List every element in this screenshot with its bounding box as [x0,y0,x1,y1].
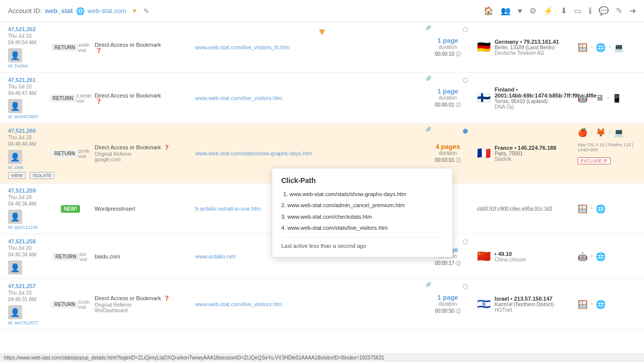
visitor-id-label[interactable]: Id: zilek [8,165,46,170]
visit-type-badge: RETURN [51,44,78,51]
devices-col: 🍎 • 🦊 • 💻 Mac OS X 10 | Firefox 115 | 14… [574,124,644,183]
visit-num: 3,805th visit [76,94,92,104]
landing-link[interactable]: fr.ardalio.net/all-in-one.htm [195,206,261,212]
domain[interactable]: web-stat.com [88,7,126,15]
visit-time: 04:46:34 AM [8,252,46,257]
visit-type-col: NEW! [50,184,91,234]
browser-icon: 🖥 [596,94,604,103]
external-link-icon[interactable]: 🔗 [426,127,431,132]
visitor-avatar: 👤 [8,48,46,62]
landing-link[interactable]: www.ardalio.net/ [195,253,236,259]
visit-id[interactable]: 47,521,260 [8,128,46,134]
popup-item-4[interactable]: 4. www.web-stat.com/stats/live_visitors.… [281,224,443,232]
favorites-icon[interactable]: ♥ [518,7,523,16]
location-info: Israel • 213.57.150.147 Karmi'el (Northe… [495,296,553,313]
external-link-icon[interactable]: 🔗 [426,76,431,81]
external-link-icon[interactable]: 🔗 [426,25,431,30]
popup-item-1[interactable]: 1. www.web-stat.com/stats/show-graphs-da… [281,191,443,198]
header: Account ID: web_stat 🌐 web-stat.com ▼ ✎ … [0,0,644,22]
edit-pencil-icon[interactable]: ✎ [143,7,149,15]
referrer-help-icon[interactable]: ❓ [96,48,187,53]
landing-col: www.web-stat.com/live_visitors.htm [191,73,423,123]
referrer-help-icon[interactable]: ❓ [96,99,187,104]
download-icon[interactable]: ⬇ [560,6,567,16]
browser-icon: 🌐 [596,300,606,309]
logout-icon[interactable]: ➜ [629,6,636,16]
account-name[interactable]: web_stat [45,7,73,15]
chat-icon[interactable]: 💬 [599,6,609,16]
users-icon[interactable]: 👥 [501,6,511,16]
info-icon[interactable]: ℹ [589,6,592,16]
browser-icon: 🌐 [596,43,606,52]
city-name: Paris, 75001 [495,151,556,156]
activity-indicator [463,27,468,32]
landing-link[interactable]: www.web-stat.com/live_visitors.htm [195,95,282,101]
city-name: Berlin, 13189 (Land Berlin) [495,45,559,50]
activity-indicator [463,239,468,244]
window-icon[interactable]: ▭ [574,6,582,16]
separator: • [607,95,609,102]
referrer-help-icon[interactable]: ❓ [164,296,170,301]
location-col: 🇮🇱 Israel • 213.57.150.147 Karmi'el (Nor… [473,279,574,329]
table-row: 47,521,257 Thu Jul 20 04:46:31 AM 👤 Id: … [0,279,644,330]
exclude-ip-button[interactable]: EXCLUDE IP [578,157,611,164]
landing-link[interactable]: www.web-stat.com/stats/show-graphs-days.… [195,150,312,156]
visit-time: 04:46:36 AM [8,201,46,207]
duration-value: 00:00:50 ⓘ [435,308,461,315]
visit-id-col: 47,521,259 Thu Jul 20 04:46:36 AM 👤 Id: … [0,184,50,234]
visit-type-badge: RETURN [52,253,79,260]
popup-item-url-1[interactable]: 1. www.web-stat.com/stats/show-graphs-da… [283,191,407,197]
duration-label: duration [439,150,457,156]
visit-id[interactable]: 47,521,261 [8,77,46,83]
os-browser-info: Mac OS X 10 | Firefox 115 | 1440×900 [578,142,640,152]
referrer-link: google.com [95,157,187,162]
external-link-icon[interactable]: 🔗 [426,282,431,287]
popup-item-2[interactable]: 2. www.web-stat.com/admin_cancel_premium… [281,202,443,209]
edit-icon[interactable]: ✎ [616,6,622,16]
landing-col: www.web-stat.com/live_visitors_fs.htm [191,22,423,72]
visit-id[interactable]: 47,521,258 [8,238,46,244]
referrer-text: baidu.com [95,253,187,259]
visit-id[interactable]: 47,521,259 [8,188,46,194]
popup-item-3[interactable]: 3. www.web-stat.com/checkstats.htm [281,213,443,221]
click-path-popup: Click-Path 1. www.web-stat.com/stats/sho… [272,168,453,257]
landing-link[interactable]: www.web-stat.com/live_visitors.htm [195,301,282,307]
settings-icon[interactable]: ⚙ [529,6,536,16]
visit-id[interactable]: 47,521,262 [8,26,46,32]
visitor-id-label[interactable]: Id: wix7812577 [8,320,46,325]
referrer-link: WixDashboard [95,308,187,313]
referrer-sub: Original Referrer [95,302,187,308]
landing-link[interactable]: www.web-stat.com/live_visitors_fs.htm [195,44,290,50]
activity-indicator [463,284,468,289]
referrer-help-icon[interactable]: ❓ [164,145,170,150]
visit-type-col: RETURN 297th visit [50,124,91,183]
referrer-text: Direct Access or Bookmark [95,144,161,150]
view-button[interactable]: VIEW [8,172,26,179]
visitor-id-label[interactable]: Id: wix8423007 [8,114,46,119]
visitor-id-label[interactable]: Id: wp2111100 [8,225,46,230]
device-icon: 📱 [612,94,622,103]
visit-id-col: 47,521,257 Thu Jul 20 04:46:31 AM 👤 Id: … [0,279,50,329]
popup-item-url-3[interactable]: 3. www.web-stat.com/checkstats.htm [281,214,372,220]
location-info: Germany • 79.213.161.41 Berlin, 13189 (L… [495,39,559,56]
visit-num: 297th visit [78,149,90,159]
isp-name: HOTnet [495,307,553,313]
home-icon[interactable]: 🏠 [484,6,494,16]
visit-id[interactable]: 47,521,257 [8,283,46,289]
popup-item-url-2[interactable]: 2. www.web-stat.com/admin_cancel_premium… [281,202,405,208]
visit-id-col: 47,521,258 Thu Jul 20 04:46:34 AM 👤 [0,234,50,279]
status-url: https://www.web-stat.com/stats/popup_det… [4,355,384,360]
devices-col: 🤖 • 🌐 [574,234,644,279]
location-info: cb00:51f:c900:c8ec:e95a:91c:3d2 [477,206,552,212]
country-flag: 🇨🇳 [477,250,491,263]
separator: • [591,95,593,102]
dropdown-arrow[interactable]: ▼ [131,8,137,15]
lightning-icon[interactable]: ⚡ [543,6,553,16]
popup-item-url-4[interactable]: 4. www.web-stat.com/stats/live_visitors.… [281,225,388,231]
visit-time: 04:46:31 AM [8,297,46,302]
visit-num: 459th visit [78,43,90,53]
location-col: 🇩🇪 Germany • 79.213.161.41 Berlin, 13189… [473,22,574,72]
visitor-id-label[interactable]: Id: Zucker [8,63,46,68]
visit-type-badge: RETURN [49,95,76,102]
devices-col: 🤖 • 🖥 • 📱 [574,73,644,123]
